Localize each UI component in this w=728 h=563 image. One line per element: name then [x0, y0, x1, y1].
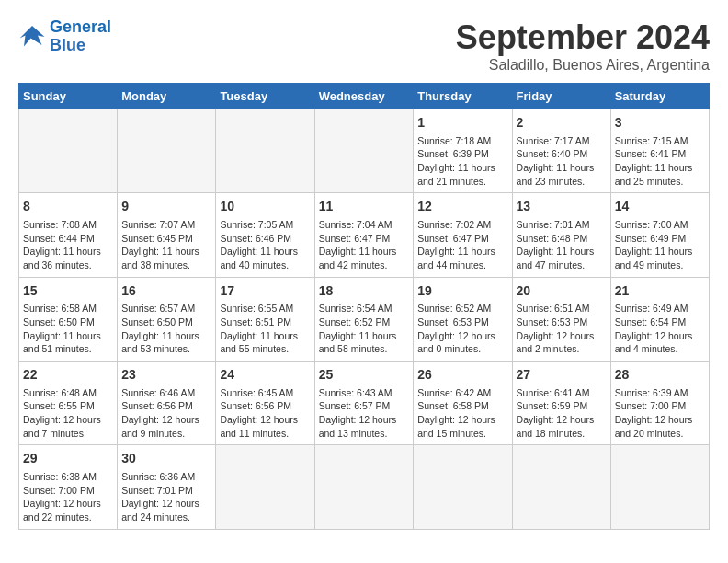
day-number: 23	[121, 366, 211, 385]
day-info: Sunrise: 6:52 AMSunset: 6:53 PMDaylight:…	[417, 302, 507, 356]
day-info: Sunrise: 6:43 AMSunset: 6:57 PMDaylight:…	[319, 386, 410, 441]
calendar-cell-day-20: 20Sunrise: 6:51 AMSunset: 6:53 PMDayligh…	[512, 277, 610, 361]
day-info: Sunrise: 6:48 AMSunset: 6:55 PMDaylight:…	[23, 386, 113, 441]
logo-line2: Blue	[50, 36, 85, 54]
calendar-week-row: 29Sunrise: 6:38 AMSunset: 7:00 PMDayligh…	[19, 445, 710, 529]
logo-bird-icon	[18, 24, 46, 50]
calendar-cell-day-17: 17Sunrise: 6:55 AMSunset: 6:51 PMDayligh…	[216, 277, 314, 361]
day-number: 30	[121, 450, 211, 468]
day-info: Sunrise: 6:38 AMSunset: 7:00 PMDaylight:…	[23, 470, 113, 524]
day-number: 18	[319, 282, 410, 301]
calendar-cell-day-25: 25Sunrise: 6:43 AMSunset: 6:57 PMDayligh…	[314, 362, 414, 445]
day-number: 13	[517, 198, 607, 216]
day-info: Sunrise: 6:49 AMSunset: 6:54 PMDaylight:…	[615, 302, 705, 356]
main-title: September 2024	[456, 18, 710, 57]
day-info: Sunrise: 6:45 AMSunset: 6:56 PMDaylight:…	[220, 386, 310, 441]
day-info: Sunrise: 7:15 AMSunset: 6:41 PMDaylight:…	[615, 134, 705, 189]
day-number: 29	[23, 450, 113, 468]
day-number: 21	[615, 282, 705, 301]
calendar-cell-day-8: 8Sunrise: 7:08 AMSunset: 6:44 PMDaylight…	[19, 193, 118, 277]
day-info: Sunrise: 6:58 AMSunset: 6:50 PMDaylight:…	[23, 302, 113, 356]
day-info: Sunrise: 7:17 AMSunset: 6:40 PMDaylight:…	[517, 134, 607, 189]
logo-line1: General	[50, 17, 111, 36]
calendar-cell-day-21: 21Sunrise: 6:49 AMSunset: 6:54 PMDayligh…	[610, 277, 709, 361]
calendar-cell-day-3: 3Sunrise: 7:15 AMSunset: 6:41 PMDaylight…	[610, 109, 709, 193]
day-info: Sunrise: 6:51 AMSunset: 6:53 PMDaylight:…	[517, 302, 607, 356]
calendar-cell-day-24: 24Sunrise: 6:45 AMSunset: 6:56 PMDayligh…	[216, 362, 314, 445]
day-number: 28	[615, 366, 705, 385]
day-info: Sunrise: 6:39 AMSunset: 7:00 PMDaylight:…	[615, 386, 705, 441]
calendar-cell-empty	[314, 109, 414, 193]
day-number: 26	[417, 366, 507, 385]
day-number: 2	[517, 114, 607, 132]
calendar-week-row: 15Sunrise: 6:58 AMSunset: 6:50 PMDayligh…	[19, 277, 710, 361]
day-info: Sunrise: 6:46 AMSunset: 6:56 PMDaylight:…	[121, 386, 211, 441]
day-number: 19	[417, 282, 507, 301]
day-info: Sunrise: 6:42 AMSunset: 6:58 PMDaylight:…	[417, 386, 507, 441]
calendar-cell-day-14: 14Sunrise: 7:00 AMSunset: 6:49 PMDayligh…	[610, 193, 709, 277]
calendar-header-row: SundayMondayTuesdayWednesdayThursdayFrid…	[19, 84, 710, 109]
calendar-cell-day-13: 13Sunrise: 7:01 AMSunset: 6:48 PMDayligh…	[512, 193, 610, 277]
calendar-cell-day-30: 30Sunrise: 6:36 AMSunset: 7:01 PMDayligh…	[118, 445, 216, 529]
day-info: Sunrise: 6:36 AMSunset: 7:01 PMDaylight:…	[121, 470, 211, 524]
calendar-cell-empty	[216, 109, 314, 193]
calendar-header-thursday: Thursday	[414, 84, 512, 109]
day-number: 9	[121, 198, 211, 216]
calendar-cell-day-16: 16Sunrise: 6:57 AMSunset: 6:50 PMDayligh…	[118, 277, 216, 361]
calendar-header-tuesday: Tuesday	[216, 84, 314, 109]
calendar-header-monday: Monday	[118, 84, 216, 109]
calendar-cell-day-9: 9Sunrise: 7:07 AMSunset: 6:45 PMDaylight…	[118, 193, 216, 277]
calendar-week-row: 8Sunrise: 7:08 AMSunset: 6:44 PMDaylight…	[19, 193, 710, 277]
day-number: 11	[319, 198, 410, 216]
day-number: 20	[517, 282, 607, 301]
day-number: 24	[220, 366, 310, 385]
day-number: 15	[23, 282, 113, 301]
subtitle: Saladillo, Buenos Aires, Argentina	[456, 57, 710, 74]
day-number: 12	[417, 198, 507, 216]
day-info: Sunrise: 7:01 AMSunset: 6:48 PMDaylight:…	[517, 218, 607, 272]
day-number: 16	[121, 282, 211, 301]
calendar-cell-day-22: 22Sunrise: 6:48 AMSunset: 6:55 PMDayligh…	[19, 362, 118, 445]
day-number: 10	[220, 198, 310, 216]
day-info: Sunrise: 7:07 AMSunset: 6:45 PMDaylight:…	[121, 218, 211, 272]
calendar-cell-day-26: 26Sunrise: 6:42 AMSunset: 6:58 PMDayligh…	[414, 362, 512, 445]
calendar-cell-empty	[512, 445, 610, 529]
day-info: Sunrise: 6:57 AMSunset: 6:50 PMDaylight:…	[121, 302, 211, 356]
calendar-cell-empty	[118, 109, 216, 193]
title-area: September 2024 Saladillo, Buenos Aires, …	[456, 18, 710, 74]
calendar-cell-day-29: 29Sunrise: 6:38 AMSunset: 7:00 PMDayligh…	[19, 445, 118, 529]
calendar-header-friday: Friday	[512, 84, 610, 109]
day-number: 17	[220, 282, 310, 301]
header: General Blue September 2024 Saladillo, B…	[18, 18, 710, 74]
calendar-cell-empty	[414, 445, 512, 529]
calendar-cell-empty	[216, 445, 314, 529]
day-info: Sunrise: 6:41 AMSunset: 6:59 PMDaylight:…	[517, 386, 607, 441]
calendar-cell-day-1: 1Sunrise: 7:18 AMSunset: 6:39 PMDaylight…	[414, 109, 512, 193]
calendar-cell-day-23: 23Sunrise: 6:46 AMSunset: 6:56 PMDayligh…	[118, 362, 216, 445]
calendar-header-wednesday: Wednesday	[314, 84, 414, 109]
day-number: 22	[23, 366, 113, 385]
calendar-cell-day-11: 11Sunrise: 7:04 AMSunset: 6:47 PMDayligh…	[314, 193, 414, 277]
calendar-cell-day-10: 10Sunrise: 7:05 AMSunset: 6:46 PMDayligh…	[216, 193, 314, 277]
calendar-cell-day-12: 12Sunrise: 7:02 AMSunset: 6:47 PMDayligh…	[414, 193, 512, 277]
day-info: Sunrise: 7:04 AMSunset: 6:47 PMDaylight:…	[319, 218, 410, 272]
calendar-cell-empty	[314, 445, 414, 529]
day-number: 3	[615, 114, 705, 132]
calendar-cell-day-27: 27Sunrise: 6:41 AMSunset: 6:59 PMDayligh…	[512, 362, 610, 445]
day-info: Sunrise: 7:00 AMSunset: 6:49 PMDaylight:…	[615, 218, 705, 272]
calendar-table: SundayMondayTuesdayWednesdayThursdayFrid…	[18, 83, 710, 530]
calendar-cell-day-2: 2Sunrise: 7:17 AMSunset: 6:40 PMDaylight…	[512, 109, 610, 193]
day-number: 14	[615, 198, 705, 216]
calendar-week-row: 1Sunrise: 7:18 AMSunset: 6:39 PMDaylight…	[19, 109, 710, 193]
calendar-cell-empty	[19, 109, 118, 193]
day-number: 25	[319, 366, 410, 385]
logo: General Blue	[18, 18, 111, 55]
day-info: Sunrise: 7:05 AMSunset: 6:46 PMDaylight:…	[220, 218, 310, 272]
day-info: Sunrise: 7:08 AMSunset: 6:44 PMDaylight:…	[23, 218, 113, 272]
day-number: 8	[23, 198, 113, 216]
calendar-cell-day-28: 28Sunrise: 6:39 AMSunset: 7:00 PMDayligh…	[610, 362, 709, 445]
calendar-week-row: 22Sunrise: 6:48 AMSunset: 6:55 PMDayligh…	[19, 362, 710, 445]
calendar-cell-day-18: 18Sunrise: 6:54 AMSunset: 6:52 PMDayligh…	[314, 277, 414, 361]
calendar-header-saturday: Saturday	[610, 84, 709, 109]
svg-marker-0	[20, 26, 45, 47]
